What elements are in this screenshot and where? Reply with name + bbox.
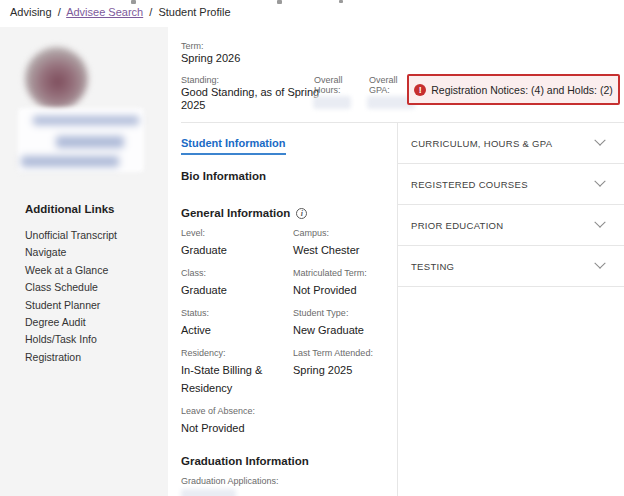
chevron-down-icon — [594, 176, 605, 187]
accordion-panel: CURRICULUM, HOURS & GPA REGISTERED COURS… — [397, 122, 624, 496]
standing-value: Good Standing, as of Spring 2025 — [181, 86, 321, 112]
breadcrumb: Advising / Advisee Search / Student Prof… — [10, 6, 231, 18]
redacted-text-line — [33, 116, 139, 125]
student-information-panel: Student Information Bio Information Gene… — [181, 122, 397, 496]
term-label: Term: — [181, 41, 204, 51]
accordion-label: TESTING — [411, 261, 454, 272]
sidebar-link-class-schedule[interactable]: Class Schedule — [25, 279, 117, 296]
accordion-prior-education[interactable]: PRIOR EDUCATION — [398, 205, 624, 246]
sidebar-link-degree-audit[interactable]: Degree Audit — [25, 314, 117, 331]
field-label: Leave of Absence: — [181, 406, 293, 416]
accordion-testing[interactable]: TESTING — [398, 246, 624, 287]
field-label: Matriculated Term: — [293, 268, 397, 278]
general-information-grid: Level: Graduate Campus: West Chester Cla… — [181, 228, 397, 436]
info-icon[interactable] — [296, 208, 307, 219]
summary-band: Term: Spring 2026 Standing: Good Standin… — [168, 27, 624, 122]
bio-information-heading: Bio Information — [181, 170, 397, 182]
student-avatar — [25, 47, 88, 110]
field-student-type: Student Type: New Graduate — [293, 308, 397, 338]
field-leave-of-absence: Leave of Absence: Not Provided — [181, 406, 293, 436]
field-campus: Campus: West Chester — [293, 228, 397, 258]
sidebar-link-student-planner[interactable]: Student Planner — [25, 297, 117, 314]
student-sidebar: Additional Links Unofficial Transcript N… — [0, 27, 168, 496]
field-value: New Graduate — [293, 324, 364, 336]
field-value: In-State Billing & Residency — [181, 364, 262, 394]
sidebar-link-holds-task-info[interactable]: Holds/Task Info — [25, 331, 117, 348]
graduation-applications-value-redacted — [181, 489, 236, 496]
breadcrumb-separator: / — [149, 6, 152, 18]
general-information-heading: General Information — [181, 207, 397, 219]
accordion-label: CURRICULUM, HOURS & GPA — [411, 138, 552, 149]
exclamation-circle-icon — [414, 84, 426, 96]
overall-hours-label: Overall Hours: — [314, 75, 352, 95]
redacted-text-line — [56, 136, 124, 148]
field-value: Not Provided — [293, 284, 357, 296]
field-value: West Chester — [293, 244, 359, 256]
breadcrumb-advising: Advising — [10, 6, 52, 18]
field-label: Status: — [181, 308, 293, 318]
field-class: Class: Graduate — [181, 268, 293, 298]
overall-gpa-label: Overall GPA: — [369, 75, 405, 95]
field-level: Level: Graduate — [181, 228, 293, 258]
standing-label: Standing: — [181, 75, 219, 85]
redacted-text-line — [21, 156, 119, 167]
accordion-registered-courses[interactable]: REGISTERED COURSES — [398, 164, 624, 205]
accordion-curriculum-hours-gpa[interactable]: CURRICULUM, HOURS & GPA — [398, 123, 624, 164]
field-value: Graduate — [181, 244, 227, 256]
field-label: Last Term Attended: — [293, 348, 397, 358]
cropped-text-fragment — [277, 0, 282, 4]
sidebar-link-navigate[interactable]: Navigate — [25, 244, 117, 261]
field-label: Residency: — [181, 348, 293, 358]
breadcrumb-student-profile: Student Profile — [158, 6, 230, 18]
cropped-text-fragment — [131, 0, 136, 4]
field-matriculated-term: Matriculated Term: Not Provided — [293, 268, 397, 298]
graduation-information-heading: Graduation Information — [181, 455, 397, 467]
additional-links-list: Unofficial Transcript Navigate Week at a… — [25, 227, 117, 366]
field-value: Active — [181, 324, 211, 336]
accordion-label: REGISTERED COURSES — [411, 179, 528, 190]
chevron-down-icon — [594, 135, 605, 146]
sidebar-link-registration[interactable]: Registration — [25, 349, 117, 366]
tab-student-information[interactable]: Student Information — [181, 137, 286, 155]
cropped-text-fragment — [339, 0, 343, 3]
accordion-label: PRIOR EDUCATION — [411, 220, 503, 231]
graduation-applications-label: Graduation Applications: — [181, 476, 397, 486]
student-profile-screen: Advising / Advisee Search / Student Prof… — [0, 0, 624, 496]
field-label: Class: — [181, 268, 293, 278]
notice-text: Registration Notices: (4) and Holds: (2) — [431, 84, 613, 96]
student-name-redacted — [18, 108, 144, 172]
field-label: Level: — [181, 228, 293, 238]
chevron-down-icon — [594, 258, 605, 269]
sidebar-link-week-at-a-glance[interactable]: Week at a Glance — [25, 262, 117, 279]
chevron-down-icon — [594, 217, 605, 228]
general-information-heading-text: General Information — [181, 207, 290, 219]
sidebar-link-unofficial-transcript[interactable]: Unofficial Transcript — [25, 227, 117, 244]
field-label: Student Type: — [293, 308, 397, 318]
registration-notices-holds-alert[interactable]: Registration Notices: (4) and Holds: (2) — [407, 74, 620, 105]
field-value: Graduate — [181, 284, 227, 296]
field-value: Not Provided — [181, 422, 245, 434]
breadcrumb-separator: / — [58, 6, 61, 18]
content-columns: Student Information Bio Information Gene… — [168, 122, 624, 496]
breadcrumb-advisee-search-link[interactable]: Advisee Search — [66, 6, 143, 18]
field-residency: Residency: In-State Billing & Residency — [181, 348, 293, 396]
additional-links-heading: Additional Links — [25, 203, 114, 215]
field-last-term-attended: Last Term Attended: Spring 2025 — [293, 348, 397, 396]
main-content: Term: Spring 2026 Standing: Good Standin… — [168, 27, 624, 496]
field-value: Spring 2025 — [293, 364, 352, 376]
term-value: Spring 2026 — [181, 52, 240, 65]
field-status: Status: Active — [181, 308, 293, 338]
field-label: Campus: — [293, 228, 397, 238]
overall-hours-value-redacted — [313, 96, 351, 109]
